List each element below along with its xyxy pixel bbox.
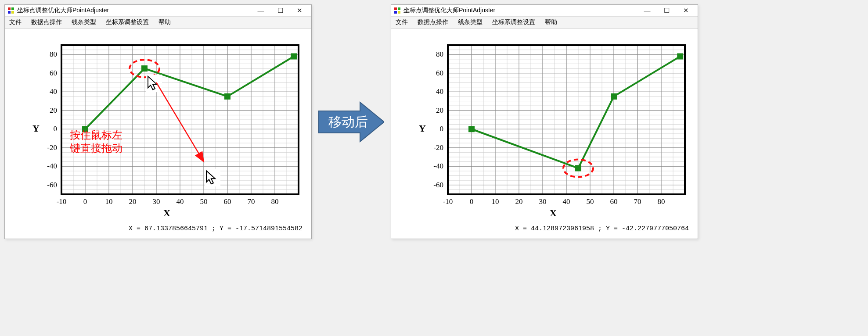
app-icon — [394, 7, 401, 14]
menu-line[interactable]: 线条类型 — [458, 18, 483, 26]
svg-text:20: 20 — [129, 197, 137, 206]
maximize-button[interactable]: ☐ — [661, 7, 672, 14]
svg-text:40: 40 — [436, 87, 443, 96]
svg-rect-106 — [394, 11, 397, 14]
menu-data[interactable]: 数据点操作 — [31, 18, 62, 26]
x-axis-label: X — [163, 207, 170, 219]
plot-area: -1001020304050607080-60-40-20020406080 Y… — [5, 29, 311, 221]
svg-text:40: 40 — [50, 87, 57, 96]
svg-text:30: 30 — [153, 197, 160, 206]
menu-data[interactable]: 数据点操作 — [418, 18, 448, 26]
svg-rect-80 — [291, 54, 297, 60]
svg-text:30: 30 — [539, 197, 547, 206]
menu-file[interactable]: 文件 — [396, 18, 408, 26]
svg-text:-40: -40 — [433, 162, 443, 170]
svg-rect-78 — [141, 65, 148, 71]
svg-text:0: 0 — [83, 197, 87, 206]
app-window-after: 坐标点调整优化大师PointAdjuster — ☐ ✕ 文件 数据点操作 线条… — [391, 4, 698, 239]
window-buttons: — ☐ ✕ — [641, 7, 695, 14]
svg-text:40: 40 — [176, 197, 184, 206]
svg-text:-20: -20 — [47, 143, 57, 152]
svg-rect-184 — [677, 54, 683, 60]
app-window-before: 坐标点调整优化大师PointAdjuster — ☐ ✕ 文件 数据点操作 线条… — [4, 4, 312, 239]
svg-text:50: 50 — [587, 197, 594, 206]
menu-file[interactable]: 文件 — [9, 18, 22, 26]
svg-text:10: 10 — [105, 197, 113, 206]
svg-rect-104 — [394, 7, 397, 10]
menu-coord[interactable]: 坐标系调整设置 — [492, 18, 535, 26]
close-button[interactable]: ✕ — [294, 7, 305, 14]
svg-rect-0 — [8, 7, 11, 10]
window-title: 坐标点调整优化大师PointAdjuster — [17, 7, 255, 14]
svg-text:-60: -60 — [47, 181, 57, 189]
minimize-button[interactable]: — — [641, 7, 653, 14]
status-coords: X = 67.1337856645791 ; Y = -17.571489155… — [5, 221, 311, 239]
svg-text:10: 10 — [492, 197, 499, 206]
window-buttons: — ☐ ✕ — [255, 7, 309, 14]
window-title: 坐标点调整优化大师PointAdjuster — [403, 7, 641, 14]
svg-text:20: 20 — [515, 197, 523, 206]
app-icon — [7, 7, 14, 14]
svg-text:0: 0 — [470, 197, 474, 206]
plot-area: -1001020304050607080-60-40-20020406080 Y… — [391, 29, 698, 221]
chart-after[interactable]: -1001020304050607080-60-40-20020406080 Y… — [399, 41, 690, 216]
svg-text:0: 0 — [440, 125, 444, 133]
svg-text:80: 80 — [271, 197, 279, 206]
x-axis-label: X — [550, 207, 557, 219]
minimize-button[interactable]: — — [255, 7, 267, 14]
svg-text:60: 60 — [436, 69, 443, 77]
titlebar: 坐标点调整优化大师PointAdjuster — ☐ ✕ — [391, 5, 698, 17]
status-coords: X = 44.1289723961958 ; Y = -42.227977705… — [391, 221, 698, 239]
svg-text:60: 60 — [50, 69, 57, 77]
transition-arrow: 移动后 — [318, 100, 384, 144]
svg-rect-182 — [575, 165, 581, 172]
menubar: 文件 数据点操作 线条类型 坐标系调整设置 帮助 — [5, 17, 311, 29]
maximize-button[interactable]: ☐ — [274, 7, 286, 14]
menu-line[interactable]: 线条类型 — [72, 18, 96, 26]
svg-rect-1 — [11, 7, 14, 10]
svg-text:20: 20 — [436, 106, 443, 114]
svg-text:50: 50 — [200, 197, 208, 206]
menu-coord[interactable]: 坐标系调整设置 — [106, 18, 149, 26]
titlebar: 坐标点调整优化大师PointAdjuster — ☐ ✕ — [5, 5, 311, 17]
svg-text:-10: -10 — [443, 197, 453, 206]
svg-rect-79 — [224, 93, 231, 100]
svg-text:-10: -10 — [57, 197, 67, 206]
svg-text:70: 70 — [634, 197, 641, 206]
svg-text:-60: -60 — [433, 181, 443, 189]
svg-text:20: 20 — [50, 106, 57, 114]
arrow-icon — [318, 100, 384, 144]
svg-text:40: 40 — [563, 197, 570, 206]
y-axis-label: Y — [419, 123, 426, 134]
svg-text:60: 60 — [610, 197, 618, 206]
y-axis-label: Y — [32, 123, 40, 134]
annotation-drag-hint: 按住鼠标左键直接拖动 — [70, 129, 122, 155]
svg-text:-40: -40 — [47, 162, 57, 170]
svg-text:70: 70 — [248, 197, 255, 206]
svg-rect-183 — [611, 93, 617, 100]
svg-text:60: 60 — [224, 197, 231, 206]
svg-rect-2 — [8, 11, 11, 14]
menu-help[interactable]: 帮助 — [545, 18, 557, 26]
svg-marker-103 — [318, 102, 384, 142]
svg-rect-105 — [398, 7, 400, 10]
chart-before[interactable]: -1001020304050607080-60-40-20020406080 Y… — [13, 41, 303, 216]
menubar: 文件 数据点操作 线条类型 坐标系调整设置 帮助 — [391, 17, 698, 29]
svg-rect-3 — [11, 11, 14, 14]
svg-text:80: 80 — [658, 197, 665, 206]
menu-help[interactable]: 帮助 — [158, 18, 171, 26]
svg-text:80: 80 — [436, 50, 443, 58]
svg-text:-20: -20 — [433, 143, 443, 152]
svg-text:80: 80 — [50, 50, 57, 58]
svg-rect-107 — [398, 11, 400, 14]
svg-text:0: 0 — [54, 125, 58, 133]
close-button[interactable]: ✕ — [680, 7, 692, 14]
svg-rect-181 — [468, 126, 475, 132]
